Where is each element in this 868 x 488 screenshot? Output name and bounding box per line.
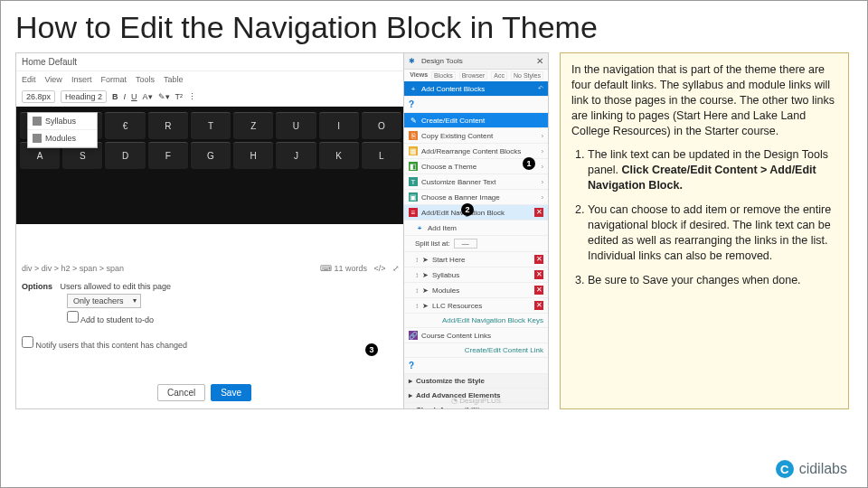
plus-icon: + (409, 84, 418, 93)
more-icon[interactable]: ⋮ (188, 92, 196, 101)
menu-item[interactable]: Format (100, 75, 127, 84)
chevron-right-icon: › (542, 148, 543, 155)
choose-banner-img-row[interactable]: ▣Choose a Banner Image› (404, 190, 548, 205)
link-label: Add/Edit Navigation Block Keys (442, 316, 543, 324)
undo-icon[interactable]: ↶ (538, 85, 543, 92)
key: Z (233, 112, 273, 139)
nav-item-row[interactable]: ↕➤Syllabus✕ (404, 267, 548, 283)
help-row-2[interactable]: ? (404, 358, 548, 374)
create-edit-content-row[interactable]: ✎ Create/Edit Content (404, 113, 548, 128)
callout-badge-3: 3 (365, 343, 378, 356)
split-row: Split list at: — (404, 236, 548, 252)
updown-icon[interactable]: ↕ (415, 256, 419, 264)
save-button[interactable]: Save (211, 384, 251, 401)
fontsize-select[interactable]: 26.8px (22, 90, 55, 103)
overlay-label: Modules (45, 134, 76, 143)
step-1: The link text can be updated in the Desi… (588, 147, 837, 193)
course-links-row[interactable]: 🔗Course Content Links (404, 328, 548, 343)
key: D (105, 142, 145, 169)
view-tab[interactable]: Browser (459, 71, 488, 80)
key: K (319, 142, 359, 169)
overlay-label: Syllabus (45, 117, 76, 126)
arrow-icon: ➤ (422, 302, 429, 310)
help-row[interactable]: ? (404, 97, 548, 113)
row-label: Copy Existing Content (421, 132, 493, 140)
remove-icon[interactable]: ✕ (534, 301, 543, 310)
logo-mark: C (776, 460, 794, 478)
close-icon[interactable]: ✕ (536, 56, 543, 66)
nav-item-row[interactable]: ↕➤Start Here✕ (404, 252, 548, 267)
key: L (362, 142, 401, 169)
heading-select[interactable]: Heading 2 (61, 90, 107, 103)
split-select[interactable]: — (454, 239, 477, 249)
updown-icon[interactable]: ↕ (415, 286, 419, 295)
nav-overlay: Syllabus Modules (27, 112, 98, 148)
add-item-row[interactable]: +Add Item (404, 221, 548, 236)
remove-icon[interactable]: ✕ (534, 255, 543, 264)
arrow-icon: ➤ (422, 271, 429, 279)
notify-label: Notify users that this content has chang… (36, 341, 188, 350)
copy-existing-row[interactable]: ⎘Copy Existing Content› (404, 128, 548, 144)
updown-icon[interactable]: ↕ (415, 271, 419, 279)
row-label: Add Item (428, 224, 457, 232)
key: F (148, 142, 188, 169)
add-edit-nav-row[interactable]: ≡Add/Edit Navigation Block✕ (404, 205, 548, 221)
view-tab[interactable]: Blocks (431, 71, 456, 80)
link-label: Create/Edit Content Link (465, 346, 543, 354)
customize-banner-row[interactable]: TCustomize Banner Text› (404, 174, 548, 190)
menu-item[interactable]: Insert (71, 75, 92, 84)
nav-keys-link[interactable]: Add/Edit Navigation Block Keys (404, 314, 548, 328)
pencil-icon: ✎ (409, 116, 418, 125)
notify-checkbox[interactable] (22, 336, 33, 348)
cancel-button[interactable]: Cancel (157, 384, 205, 401)
view-tab[interactable]: No Styles (511, 71, 543, 80)
arrow-icon: ➤ (422, 256, 429, 264)
copy-icon: ⎘ (409, 131, 418, 140)
create-edit-link[interactable]: Create/Edit Content Link (404, 343, 548, 358)
key: H (233, 142, 273, 169)
remove-icon[interactable]: ✕ (534, 286, 543, 295)
menu-item[interactable]: Table (164, 75, 184, 84)
key: € (105, 112, 145, 139)
editor-menubar[interactable]: Edit View Insert Format Tools Table (16, 71, 405, 88)
row-label: Add Content Blocks (421, 85, 485, 93)
chevron-right-icon: › (542, 164, 543, 170)
menu-item[interactable]: Edit (22, 75, 36, 84)
todo-checkbox[interactable] (67, 311, 79, 323)
modules-icon (33, 134, 42, 143)
nav-item-row[interactable]: ↕➤LLC Resources✕ (404, 298, 548, 314)
arrow-icon: ➤ (422, 286, 429, 295)
textcolor-icon[interactable]: A▾ (143, 92, 153, 101)
superscript-icon[interactable]: T² (175, 92, 184, 101)
code-icon[interactable]: </> (373, 264, 385, 273)
editors-select[interactable]: Only teachers (67, 294, 141, 308)
options-label: Options (22, 282, 52, 291)
updown-icon[interactable]: ↕ (415, 302, 419, 310)
callout-badge-1: 1 (523, 157, 535, 170)
design-tools-panel: ✱ Design Tools ✕ Views Blocks Browser Ac… (403, 53, 548, 408)
cidilabs-logo: C cidilabs (776, 460, 847, 478)
image-icon: ▣ (409, 192, 418, 202)
view-tab[interactable]: Acc (491, 71, 507, 80)
italic-icon[interactable]: I (124, 92, 127, 101)
menu-item[interactable]: View (45, 75, 62, 84)
nav-item-row[interactable]: ↕➤Modules✕ (404, 283, 548, 298)
add-content-blocks-row[interactable]: + Add Content Blocks ↶ (404, 81, 548, 97)
highlight-icon[interactable]: ✎▾ (158, 92, 170, 101)
underline-icon[interactable]: U (131, 92, 137, 101)
bold-icon[interactable]: B (112, 92, 118, 101)
key: O (362, 112, 401, 139)
instruction-box: In the navigation that is part of the th… (560, 52, 849, 409)
step-2: You can choose to add item or remove the… (588, 202, 837, 264)
menu-item[interactable]: Tools (136, 75, 155, 84)
chevron-right-icon: › (542, 133, 543, 139)
question-icon: ? (409, 361, 414, 371)
remove-icon[interactable]: ✕ (534, 208, 543, 217)
editor-toolbar[interactable]: 26.8px Heading 2 B I U A▾ ✎▾ T² ⋮ (16, 88, 405, 107)
remove-icon[interactable]: ✕ (534, 270, 543, 279)
nav-item-label: Modules (432, 286, 459, 295)
row-label: Check Accessibility (416, 406, 484, 409)
customize-style-row[interactable]: ▸Customize the Style (404, 374, 548, 389)
expand-icon[interactable]: ⤢ (392, 264, 400, 273)
logo-text: cidilabs (799, 461, 847, 477)
